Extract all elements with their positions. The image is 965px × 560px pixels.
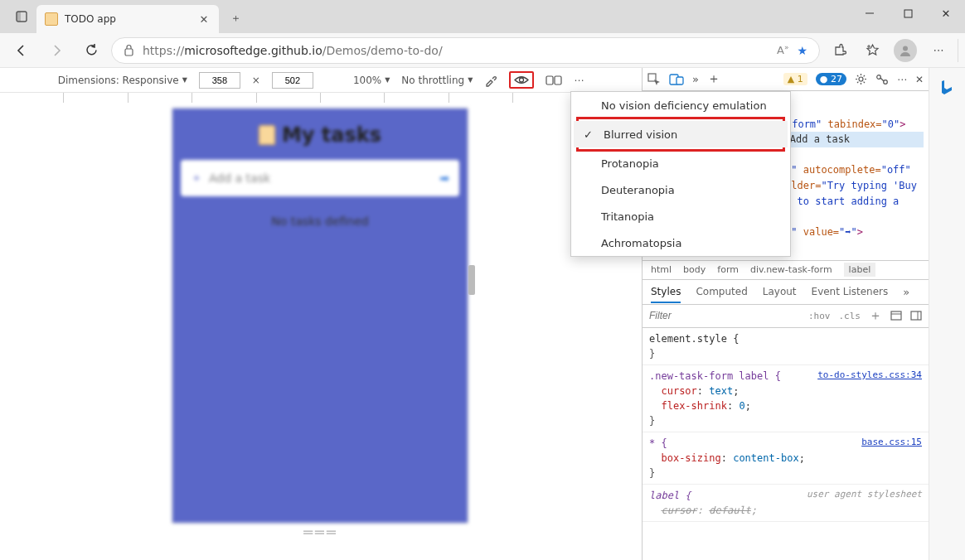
css-rule[interactable]: base.css:15 * { box-sizing: content-box;… — [643, 432, 929, 485]
styles-tabs: Styles Computed Layout Event Listeners » — [643, 280, 929, 305]
breadcrumb-item[interactable]: div.new-task-form — [750, 264, 832, 275]
titlebar: TODO app ✕ ＋ ✕ — [0, 0, 965, 33]
svg-rect-3 — [904, 10, 912, 17]
browser-sidebar — [929, 68, 965, 560]
svg-point-7 — [903, 46, 908, 51]
emu-option-tritanopia[interactable]: Tritanopia — [571, 203, 790, 229]
styles-filter-row: :hov .cls ＋ — [643, 305, 929, 328]
emu-option-blurred[interactable]: ✓Blurred vision — [574, 121, 788, 147]
emulated-viewport: My tasks ＋ Add a task ➡ No tasks defined — [172, 108, 468, 524]
device-toolbar-more[interactable]: ⋯ — [574, 75, 584, 86]
profile-avatar[interactable] — [891, 36, 919, 65]
breadcrumb-item[interactable]: form — [717, 264, 739, 275]
hov-toggle[interactable]: :hov — [808, 311, 831, 321]
breadcrumb-item-active[interactable]: label — [844, 263, 876, 277]
svg-point-8 — [520, 78, 524, 82]
eyedropper-icon[interactable] — [484, 74, 497, 87]
add-task-row[interactable]: ＋ Add a task ➡ — [181, 160, 459, 196]
vision-emulation-menu: No vision deficiency emulation ✓Blurred … — [570, 91, 791, 257]
more-menu-button[interactable]: ⋯ — [924, 36, 953, 65]
emulated-viewport-area: My tasks ＋ Add a task ➡ No tasks defined… — [0, 103, 642, 560]
width-input[interactable] — [199, 72, 240, 89]
throttling-dropdown[interactable]: No throttling ▼ — [401, 75, 473, 86]
clipboard-icon — [259, 125, 275, 145]
submit-icon[interactable]: ➡ — [439, 171, 449, 185]
new-style-rule-icon[interactable]: ＋ — [707, 70, 720, 88]
styles-filter-input[interactable] — [649, 310, 800, 321]
dom-breadcrumb[interactable]: html body form div.new-task-form label — [643, 260, 929, 280]
cls-toggle[interactable]: .cls — [839, 311, 861, 321]
svg-rect-4 — [125, 49, 133, 56]
css-source-link[interactable]: base.css:15 — [861, 436, 922, 450]
refresh-button[interactable] — [76, 36, 106, 65]
reader-mode-icon[interactable]: A» — [777, 43, 788, 56]
vision-emulation-button[interactable] — [509, 71, 534, 89]
lock-icon — [124, 44, 134, 56]
url-text: https://microsoftedge.github.io/Demos/de… — [143, 44, 769, 57]
styles-more-chevron[interactable]: » — [903, 286, 909, 298]
dual-screen-icon[interactable] — [546, 75, 562, 86]
devtools-settings-icon[interactable] — [855, 73, 867, 85]
svg-line-17 — [880, 78, 884, 81]
tab-layout[interactable]: Layout — [763, 286, 797, 297]
css-source-link[interactable]: to-do-styles.css:34 — [817, 369, 922, 383]
empty-state-text: No tasks defined — [172, 215, 468, 228]
issues-info-badge[interactable]: ● 27 — [816, 73, 846, 85]
device-toggle-icon[interactable] — [669, 74, 684, 85]
styles-panel-icon[interactable] — [890, 311, 902, 321]
tab-styles[interactable]: Styles — [651, 286, 681, 303]
panel-more-chevron[interactable]: » — [692, 73, 699, 85]
svg-point-15 — [877, 75, 881, 79]
device-toolbar: Dimensions: Responsive ▼ × 100% ▼ No thr… — [0, 68, 642, 93]
svg-rect-13 — [676, 77, 683, 84]
maximize-button[interactable] — [889, 0, 927, 27]
favorites-icon[interactable] — [858, 36, 886, 65]
emu-option-none[interactable]: No vision deficiency emulation — [571, 92, 790, 118]
window-controls: ✕ — [851, 0, 965, 27]
dimensions-dropdown[interactable]: Dimensions: Responsive ▼ — [58, 75, 187, 86]
svg-point-14 — [859, 77, 863, 81]
emu-option-achromatopsia[interactable]: Achromatopsia — [571, 229, 790, 256]
tab-close-button[interactable]: ✕ — [197, 12, 211, 26]
svg-rect-20 — [911, 311, 921, 320]
tab-title: TODO app — [65, 13, 191, 25]
tab-favicon — [45, 12, 58, 26]
svg-point-16 — [884, 80, 888, 84]
inspect-element-icon[interactable] — [647, 73, 661, 86]
emu-option-protanopia[interactable]: Protanopia — [571, 150, 790, 176]
browser-tab[interactable]: TODO app ✕ — [36, 5, 219, 33]
back-button[interactable] — [7, 36, 36, 65]
tab-actions-button[interactable] — [7, 2, 36, 31]
css-rule-ua[interactable]: user agent stylesheet label { cursor: de… — [643, 485, 929, 522]
favorite-star-icon[interactable]: ★ — [797, 44, 807, 57]
breadcrumb-item[interactable]: body — [683, 264, 706, 275]
devtools-more-icon[interactable]: ⋯ — [897, 74, 907, 85]
new-tab-button[interactable]: ＋ — [222, 5, 249, 31]
viewport-resize-handle[interactable]: ═══ — [172, 524, 470, 532]
tab-computed[interactable]: Computed — [696, 286, 747, 297]
css-rule-element-style[interactable]: element.style {} — [643, 328, 929, 365]
issues-warning-badge[interactable]: ▲ 1 — [783, 73, 807, 85]
styles-layout-icon[interactable] — [910, 311, 922, 321]
zoom-dropdown[interactable]: 100% ▼ — [353, 75, 390, 86]
add-task-placeholder: Add a task — [209, 171, 433, 185]
height-input[interactable] — [272, 72, 313, 89]
new-rule-button[interactable]: ＋ — [869, 307, 882, 325]
breadcrumb-item[interactable]: html — [651, 264, 672, 275]
svg-rect-1 — [17, 12, 21, 22]
emu-option-deuteranopia[interactable]: Deuteranopia — [571, 176, 790, 203]
close-window-button[interactable]: ✕ — [927, 0, 965, 27]
bing-chat-icon[interactable] — [933, 73, 962, 101]
devtools-activity-icon[interactable] — [875, 74, 889, 85]
app-title: My tasks — [172, 123, 468, 147]
url-box[interactable]: https://microsoftedge.github.io/Demos/de… — [111, 37, 820, 64]
css-rule[interactable]: to-do-styles.css:34 .new-task-form label… — [643, 365, 929, 432]
svg-rect-18 — [891, 311, 901, 320]
minimize-button[interactable] — [851, 0, 889, 27]
devtools-close-icon[interactable]: ✕ — [915, 74, 924, 85]
devtools-toolbar: » ＋ ▲ 1 ● 27 ⋯ ✕ — [643, 68, 929, 91]
extensions-icon[interactable] — [825, 36, 853, 65]
viewport-side-handle[interactable] — [468, 265, 475, 295]
tab-eventlisteners[interactable]: Event Listeners — [812, 286, 889, 297]
forward-button — [41, 36, 71, 65]
